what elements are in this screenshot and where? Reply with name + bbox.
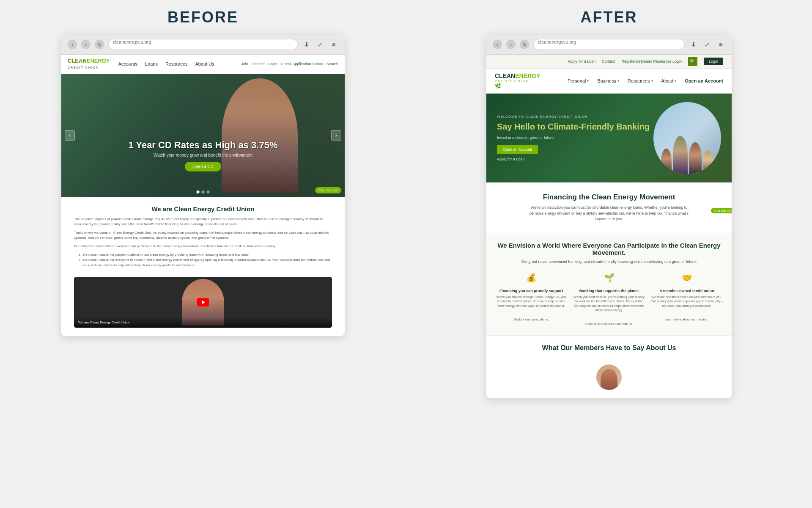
- nav-check-app[interactable]: Check Application Status: [281, 62, 323, 66]
- logo-sub: CREDIT UNION: [68, 66, 99, 69]
- feature-card-planet: 🌱 Banking that supports the planet When …: [573, 270, 645, 327]
- address-bar[interactable]: cleanenergycu.org: [533, 39, 685, 50]
- section1-heading: Financing the Clean Energy Movement: [495, 193, 723, 202]
- nav-accounts[interactable]: Accounts: [118, 61, 137, 66]
- open-account-button[interactable]: Open an Account: [685, 78, 723, 83]
- feature-member-body: We make decisions based on what matters …: [650, 295, 723, 309]
- carousel-dots: [197, 190, 210, 193]
- after-logo: CLEANENERGY CREDIT UNION 🌿: [495, 73, 540, 89]
- hero-title: Say Hello to Climate-Friendly Banking: [497, 121, 653, 132]
- after-hero: WELCOME TO CLEAN ENERGY CREDIT UNION Say…: [486, 94, 732, 182]
- search-icon[interactable]: 🔍: [688, 57, 697, 66]
- nav-resources[interactable]: Resources: [165, 61, 188, 66]
- logo-clean: CLEAN: [68, 58, 87, 64]
- before-label: BEFORE: [167, 8, 239, 26]
- login-button[interactable]: Login: [704, 58, 723, 65]
- nav-resources[interactable]: Resources ▾: [628, 78, 653, 83]
- after-site: Apply for a Loan Contact Registered Deal…: [486, 55, 732, 398]
- hero-chat-button[interactable]: Chat with us!: [315, 187, 341, 193]
- nav-business[interactable]: Business ▾: [597, 78, 619, 83]
- download-icon: ⬇: [689, 40, 698, 49]
- address-bar[interactable]: cleanenergycu.org: [108, 39, 298, 50]
- section1-body: We're an institution you can trust for a…: [529, 205, 689, 222]
- hero-cta-button[interactable]: Open a CD: [185, 162, 221, 171]
- feature-planet-body: When you bank with us, you're putting yo…: [573, 295, 645, 313]
- hero-title: 1 Year CD Rates as High as 3.75%: [61, 140, 345, 151]
- contact-link[interactable]: Contact: [602, 59, 615, 64]
- apply-loan-link[interactable]: Apply for a Loan: [568, 59, 596, 64]
- after-hero-content: WELCOME TO CLEAN ENERGY CREDIT UNION Say…: [497, 115, 653, 161]
- feature-planet-link[interactable]: Learn how members bank with us.: [585, 322, 633, 326]
- section2-heading: We Envision a World Where Everyone Can P…: [495, 242, 723, 256]
- before-logo: CLEANENERGY CREDIT UNION: [68, 58, 110, 70]
- testimonial-avatar-area: [486, 360, 732, 398]
- carousel-dot-2[interactable]: [202, 190, 205, 193]
- before-header: CLEANENERGY CREDIT UNION Accounts Loans …: [61, 55, 345, 74]
- before-panel: BEFORE ‹ › ↻ cleanenergycu.org ⬇ ⤢ ≡: [0, 0, 406, 508]
- forward-button[interactable]: ›: [81, 40, 91, 49]
- nav-about-us[interactable]: About Us: [195, 61, 214, 66]
- download-icon: ⬇: [302, 40, 311, 49]
- menu-icon[interactable]: ≡: [716, 40, 725, 49]
- before-nav-right: Join Contact Login Check Application Sta…: [241, 62, 338, 66]
- nav-contact[interactable]: Contact: [252, 62, 265, 66]
- youtube-play-button[interactable]: [197, 298, 209, 306]
- nav-join[interactable]: Join: [241, 62, 248, 66]
- back-button[interactable]: ‹: [493, 40, 502, 49]
- before-nav: Accounts Loans Resources About Us: [118, 61, 241, 66]
- before-browser-window: ‹ › ↻ cleanenergycu.org ⬇ ⤢ ≡ CLEANENERG…: [61, 35, 345, 336]
- financing-icon: 💰: [524, 270, 539, 285]
- feature-cards-container: 💰 Financing you can proudly support When…: [495, 270, 723, 327]
- about-list: We make it easier for people to afford t…: [74, 252, 332, 268]
- chat-with-us-button[interactable]: Chat with us!: [711, 208, 732, 213]
- after-label: AFTER: [581, 8, 638, 26]
- nav-search[interactable]: Search: [326, 62, 338, 66]
- before-video[interactable]: We are Clean Energy Credit Union: [74, 277, 332, 328]
- hero-person-shape: [222, 78, 298, 193]
- video-title: We are Clean Energy Credit Union: [78, 320, 328, 324]
- member-icon: 🤝: [679, 270, 694, 285]
- about-heading: We are Clean Energy Credit Union: [74, 205, 332, 213]
- expand-icon: ⤢: [315, 40, 325, 49]
- carousel-dot-3[interactable]: [207, 190, 210, 193]
- carousel-prev-button[interactable]: ‹: [65, 130, 75, 141]
- after-browser-chrome: ‹ › ↻ cleanenergycu.org ⬇ ⤢ ≡: [486, 35, 732, 55]
- nav-loans[interactable]: Loans: [145, 61, 158, 66]
- nav-login[interactable]: Login: [268, 62, 277, 66]
- about-para1: The negative impacts of pollution and cl…: [74, 217, 332, 227]
- nav-personal[interactable]: Personal ▾: [568, 78, 589, 83]
- leaf-icon: 🌿: [495, 83, 540, 89]
- nav-about[interactable]: About ▾: [661, 78, 677, 83]
- after-section-1: Financing the Clean Energy Movement We'r…: [486, 182, 732, 233]
- hero-apply-loan-link[interactable]: Apply for a Loan: [497, 157, 653, 161]
- after-browser-window: ‹ › ↻ cleanenergycu.org ⬇ ⤢ ≡ Apply for …: [486, 35, 732, 398]
- back-button[interactable]: ‹: [68, 40, 77, 49]
- menu-icon[interactable]: ≡: [329, 40, 338, 49]
- carousel-dot-1[interactable]: [197, 190, 200, 193]
- after-topbar: Apply for a Loan Contact Registered Deal…: [486, 55, 732, 69]
- dealer-login-link[interactable]: Registered Dealer Resources Login: [621, 59, 682, 64]
- logo-energy: ENERGY: [515, 72, 540, 79]
- after-logo-sub: CREDIT UNION: [495, 79, 540, 83]
- feature-member-link[interactable]: Learn more about our mission.: [665, 318, 708, 321]
- before-browser-chrome: ‹ › ↻ cleanenergycu.org ⬇ ⤢ ≡: [61, 35, 345, 55]
- logo-energy: ENERGY: [87, 58, 110, 64]
- feature-card-member: 🤝 A member-owned credit union We make de…: [650, 270, 723, 327]
- nav-about-label: About: [661, 78, 674, 83]
- hero-open-account-button[interactable]: Open an Account: [497, 145, 538, 154]
- forward-button[interactable]: ›: [506, 40, 516, 49]
- feature-financing-link[interactable]: Explore our loan options.: [514, 318, 549, 321]
- hero-subtitle: Invest in a cleaner, greener future.: [497, 135, 653, 140]
- about-para2: That's where we come in. Clean Energy Cr…: [74, 230, 332, 240]
- feature-financing-title: Financing you can proudly support: [495, 289, 568, 293]
- feature-financing-body: When you finance through Clean Energy CU…: [495, 295, 568, 309]
- chevron-down-icon: ▾: [587, 79, 589, 83]
- feature-card-financing: 💰 Financing you can proudly support When…: [495, 270, 568, 327]
- reload-button[interactable]: ↻: [95, 40, 104, 49]
- carousel-next-button[interactable]: ›: [331, 130, 341, 141]
- expand-icon: ⤢: [702, 40, 712, 49]
- hero-eyebrow: WELCOME TO CLEAN ENERGY CREDIT UNION: [497, 115, 653, 119]
- reload-button[interactable]: ↻: [520, 40, 529, 49]
- feature-member-title: A member-owned credit union: [650, 289, 723, 293]
- logo-clean: CLEAN: [495, 72, 515, 79]
